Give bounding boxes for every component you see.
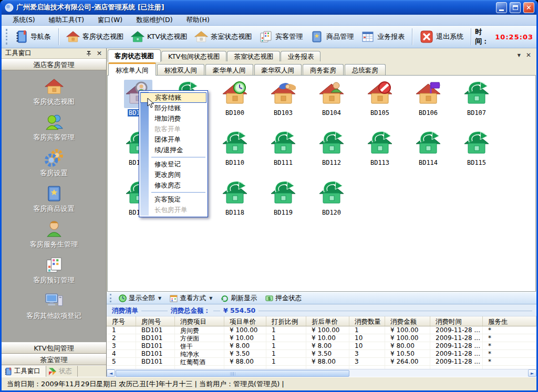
toolbar-button[interactable]: 客房状态视图	[63, 28, 127, 45]
room-type-tab[interactable]: 总统套房	[345, 64, 386, 75]
scrollbar-thumb[interactable]	[116, 370, 349, 377]
context-menu-item[interactable]: 更改房间	[140, 169, 206, 180]
table-column-header[interactable]: 打折比例	[266, 316, 306, 326]
toolbar-grip[interactable]	[6, 29, 7, 45]
room-house-icon	[366, 80, 394, 108]
maximize-button[interactable]	[510, 2, 521, 13]
list-toolbar-button[interactable]: 刷新显示	[217, 293, 261, 304]
toolbar-button[interactable]: 退出系统	[416, 28, 467, 45]
list-toolbar-button[interactable]: 查看方式▼	[166, 293, 216, 304]
view-tab[interactable]: 客房状态视图	[108, 49, 161, 62]
menu-item[interactable]: 数据维护(D)	[130, 15, 178, 26]
view-tab[interactable]: 业务报表	[281, 51, 320, 61]
toolbar-button[interactable]: 宾客管理	[255, 28, 306, 45]
room-BD119[interactable]: BD119	[259, 179, 307, 229]
close-button[interactable]: ✕	[523, 2, 534, 13]
room-BD120[interactable]: BD120	[307, 179, 356, 229]
sidebar-group-bar[interactable]: KTV包间管理	[2, 342, 106, 354]
view-tab[interactable]: KTV包间状态视图	[161, 51, 226, 61]
minimize-button[interactable]	[496, 2, 507, 13]
table-column-header[interactable]: 消费时间	[430, 316, 483, 326]
view-tab[interactable]: 茶室状态视图	[227, 51, 280, 61]
pin-icon[interactable]	[85, 50, 93, 57]
table-column-header[interactable]: 消费数量	[349, 316, 385, 326]
dropdown-caret-icon[interactable]: ▼	[158, 296, 161, 301]
tab-list-dropdown-icon[interactable]: ▼	[518, 53, 521, 58]
sidebar-group-bar[interactable]: 茶室管理	[2, 354, 106, 365]
room-BD106[interactable]: BD106	[404, 80, 452, 130]
room-BD115[interactable]: BD115	[452, 130, 501, 179]
sidebar-item[interactable]: 客房状态视图	[34, 77, 75, 107]
room-house-icon	[221, 80, 249, 108]
context-menu-item[interactable]: 续/退押金	[140, 145, 206, 155]
table-cell: ¥ 100.00	[385, 334, 430, 342]
context-menu-item[interactable]: 增加消费	[140, 113, 206, 124]
table-cell: 3	[349, 358, 385, 365]
room-BD104[interactable]: BD104	[307, 80, 356, 130]
context-menu-item[interactable]: 团体开单	[140, 134, 206, 145]
tool-window-title: 工具窗口	[5, 49, 82, 58]
room-BD112[interactable]: BD112	[307, 130, 356, 179]
table-row[interactable]: 2BD101方便面¥ 10.001¥ 10.0010¥ 100.002009-1…	[107, 334, 536, 342]
tab-close-icon[interactable]: ✕	[526, 51, 531, 59]
sidebar-close-icon[interactable]: ✕	[95, 49, 104, 57]
room-type-tab[interactable]: 标准双人间	[157, 64, 205, 75]
context-menu-item[interactable]: 修改房态	[140, 180, 206, 190]
toolbar-grip[interactable]	[110, 294, 111, 302]
room-type-tab[interactable]: 豪华双人间	[254, 64, 302, 75]
room-BD111[interactable]: BD111	[259, 130, 307, 179]
room-BD107[interactable]: BD107	[452, 80, 501, 130]
room-BD100[interactable]: BD100	[211, 80, 259, 130]
sidebar-bottom-tab[interactable]: 状态	[46, 366, 78, 377]
horizontal-scrollbar[interactable]: ◄ ►	[107, 369, 536, 377]
table-row[interactable]: 1BD101房间费¥ 100.001¥ 100.001¥ 100.002009-…	[107, 326, 536, 334]
table-row[interactable]: 5BD101红葡萄酒¥ 88.001¥ 88.003¥ 264.002009-1…	[107, 358, 536, 366]
table-column-header[interactable]: 消费项目	[175, 316, 224, 326]
list-toolbar-button[interactable]: 显示全部▼	[115, 293, 165, 304]
toolbar-button[interactable]: 导航条	[11, 28, 55, 45]
room-house-icon	[317, 80, 346, 108]
toolbar-button[interactable]: 业务报表	[357, 28, 408, 45]
sheet-icon	[361, 30, 375, 44]
sidebar-item[interactable]: 客房宾客管理	[34, 113, 75, 142]
sidebar-item[interactable]: 客房服务生管理	[30, 220, 78, 249]
room-type-tab[interactable]: 豪华单人间	[205, 64, 253, 75]
table-column-header[interactable]: 序号	[107, 316, 136, 326]
table-column-header[interactable]: 消费金额	[385, 316, 430, 326]
dropdown-caret-icon[interactable]: ▼	[209, 296, 212, 301]
menu-item[interactable]: 辅助工具(T)	[43, 15, 90, 26]
menu-item[interactable]: 帮助(H)	[181, 15, 215, 26]
room-type-tab[interactable]: 标准单人间	[108, 62, 156, 76]
menu-item[interactable]: 系统(S)	[7, 15, 41, 26]
sidebar-item[interactable]: 客房商品设置	[34, 184, 75, 214]
sidebar-item[interactable]: 客房其他款项登记	[27, 291, 81, 321]
table-row[interactable]: 3BD101饼干¥ 8.001¥ 8.0010¥ 80.002009-11-28…	[107, 342, 536, 350]
sidebar-group-hotel-rooms[interactable]: 酒店客房管理	[2, 59, 106, 70]
room-BD113[interactable]: BD113	[356, 130, 404, 179]
sidebar-item[interactable]: 客房设置	[40, 149, 68, 178]
toolbar-button[interactable]: KTV状态视图	[127, 28, 191, 45]
toolbar-button[interactable]: 商品管理	[306, 28, 357, 45]
room-BD110[interactable]: BD110	[211, 130, 259, 179]
toolbar-button[interactable]: 茶室状态视图	[191, 28, 255, 45]
table-cell: BD101	[136, 342, 175, 349]
table-column-header[interactable]: 项目单价	[224, 316, 266, 326]
table-column-header[interactable]: 折后单价	[306, 316, 349, 326]
list-toolbar-button[interactable]: $押金状态	[262, 293, 305, 304]
room-BD105[interactable]: BD105	[356, 80, 404, 130]
context-menu-item[interactable]: 宾客预定	[140, 194, 206, 205]
room-BD118[interactable]: BD118	[211, 179, 259, 229]
menu-item[interactable]: 窗口(W)	[92, 15, 128, 26]
table-row[interactable]: 4BD101纯净水¥ 3.501¥ 3.503¥ 10.502009-11-28…	[107, 350, 536, 358]
sidebar-item[interactable]: 客房预订管理	[34, 256, 75, 285]
table-column-header[interactable]: 服务生	[483, 316, 536, 326]
scroll-right-icon[interactable]: ►	[528, 369, 536, 377]
room-type-tab[interactable]: 商务套房	[303, 64, 344, 75]
menu-bar: 系统(S)辅助工具(T)窗口(W)数据维护(D)帮助(H)	[2, 15, 536, 26]
context-menu-item[interactable]: 修改登记	[140, 159, 206, 169]
room-BD114[interactable]: BD114	[404, 130, 452, 179]
room-BD103[interactable]: BD103	[259, 80, 307, 130]
scroll-left-icon[interactable]: ◄	[107, 369, 115, 377]
table-column-header[interactable]: 房间号	[136, 316, 175, 326]
sidebar-bottom-tab[interactable]: 工具窗口	[2, 366, 46, 377]
